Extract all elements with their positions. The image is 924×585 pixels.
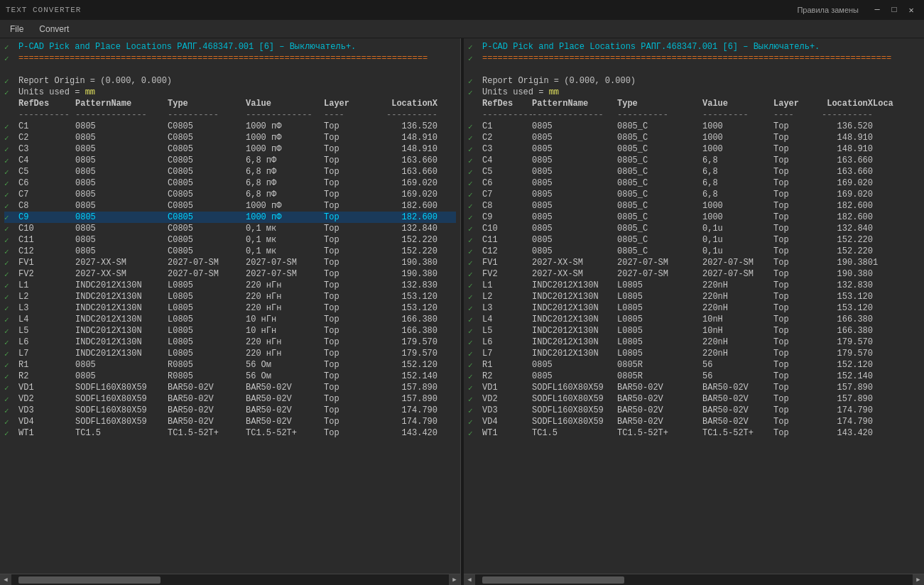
right-data-row[interactable]: ✓ L2 INDC2012X130N L0805 220nH Top 153.1… [468,291,920,302]
left-data-row[interactable]: ✓ FV2 2027-XX-SM 2027-07-SM 2027-07-SM T… [4,268,456,280]
left-data-row[interactable]: ✓ R2 0805 R0805 56 Ом Top 152.140 [4,371,456,382]
left-col-dashes: ---------- -------------- ---------- ---… [4,109,456,121]
left-data-row[interactable]: ✓ L7 INDC2012X130N L0805 220 нГн Top 179… [4,348,456,359]
left-data-row[interactable]: ✓ VD4 SODFL160X80X59 BAR50-02V BAR50-02V… [4,416,456,427]
left-data-row[interactable]: ✓ C11 0805 C0805 0,1 мк Top 152.220 [4,234,456,246]
left-scroll-right[interactable]: ▶ [449,574,460,586]
right-data-row[interactable]: ✓ L4 INDC2012X130N L0805 10nH Top 166.38… [468,314,920,325]
left-data-row[interactable]: ✓ C4 0805 C0805 6,8 пФ Top 163.660 [4,155,456,166]
right-data-row[interactable]: ✓ VD1 SODFL160X80X59 BAR50-02V BAR50-02V… [468,382,920,393]
right-data-row[interactable]: ✓ VD4 SODFL160X80X59 BAR50-02V BAR50-02V… [468,416,920,427]
right-data-row[interactable]: ✓ WT1 TC1.5 TC1.5-52T+ TC1.5-52T+ Top 14… [468,427,920,439]
right-scroll-left[interactable]: ◀ [464,574,475,586]
right-panel-content[interactable]: ✓P-CAD Pick and Place Locations РАПГ.468… [464,38,924,574]
left-units: ✓Units used = mm [4,87,456,98]
right-data-row[interactable]: ✓ R2 0805 0805R 56 Top 152.140 [468,371,920,382]
text-line [4,64,456,75]
left-col-headers: RefDes PatternName Type Value Layer Loca… [4,98,456,109]
right-data-row[interactable]: ✓ C10 0805 0805_C 0,1u Top 132.840 [468,223,920,234]
right-data-row[interactable]: ✓ L3 INDC2012X130N L0805 220nH Top 153.1… [468,302,920,314]
right-data-row[interactable]: ✓ C2 0805 0805_C 1000 Top 148.910 [468,132,920,143]
left-data-row[interactable]: ✓ C3 0805 C0805 1000 пФ Top 148.910 [4,143,456,155]
right-data-row[interactable]: ✓ L7 INDC2012X130N L0805 220nH Top 179.5… [468,348,920,359]
right-data-row[interactable]: ✓ C1 0805 0805_C 1000 Top 136.520 [468,121,920,132]
rules-button-label[interactable]: Правила замены [797,6,859,14]
window-controls: Правила замены ─ □ ✕ [797,5,918,15]
left-scroll-track[interactable] [11,575,449,585]
left-data-row[interactable]: ✓ FV1 2027-XX-SM 2027-07-SM 2027-07-SM T… [4,257,456,268]
right-col-dashes: ---------- -------------- ---------- ---… [468,109,920,121]
left-data-row[interactable]: ✓ C1 0805 C0805 1000 пФ Top 136.520 [4,121,456,132]
right-scroll-thumb[interactable] [482,576,624,584]
right-data-row[interactable]: ✓ VD3 SODFL160X80X59 BAR50-02V BAR50-02V… [468,405,920,416]
right-data-row[interactable]: ✓ C12 0805 0805_C 0,1u Top 152.220 [468,246,920,257]
menu-file[interactable]: File [4,23,29,35]
left-data-row[interactable]: ✓ R1 0805 R0805 56 Ом Top 152.120 [4,359,456,371]
left-scroll-left[interactable]: ◀ [0,574,11,586]
left-data-row[interactable]: ✓ L3 INDC2012X130N L0805 220 нГн Top 153… [4,302,456,314]
left-data-row[interactable]: ✓ L4 INDC2012X130N L0805 10 нГн Top 166.… [4,314,456,325]
left-data-row[interactable]: ✓ C7 0805 C0805 6,8 пФ Top 169.020 [4,189,456,200]
title-bar: TEXT CONVERTER Правила замены ─ □ ✕ [0,0,924,20]
right-data-row[interactable]: ✓ C11 0805 0805_C 0,1u Top 152.220 [468,234,920,246]
right-panel: ✓P-CAD Pick and Place Locations РАПГ.468… [464,38,924,585]
left-scroll-thumb[interactable] [18,576,161,584]
right-data-row[interactable]: ✓ R1 0805 0805R 56 Top 152.120 [468,359,920,371]
text-line [468,64,920,75]
right-data-row[interactable]: ✓ L5 INDC2012X130N L0805 10nH Top 166.38… [468,325,920,337]
menu-bar: File Convert [0,20,924,38]
main-area: ✓P-CAD Pick and Place Locations РАПГ.468… [0,38,924,585]
right-separator1: ✓=======================================… [468,53,920,64]
left-data-row[interactable]: ✓ L2 INDC2012X130N L0805 220 нГн Top 153… [4,291,456,302]
right-col-headers: RefDes PatternName Type Value Layer Loca… [468,98,920,109]
left-data-row[interactable]: ✓ C2 0805 C0805 1000 пФ Top 148.910 [4,132,456,143]
right-data-row[interactable]: ✓ VD2 SODFL160X80X59 BAR50-02V BAR50-02V… [468,393,920,405]
left-data-row[interactable]: ✓ C5 0805 C0805 6,8 пФ Top 163.660 [4,166,456,177]
left-panel: ✓P-CAD Pick and Place Locations РАПГ.468… [0,38,461,585]
right-data-row[interactable]: ✓ C5 0805 0805_C 6,8 Top 163.660 [468,166,920,177]
right-data-row[interactable]: ✓ C3 0805 0805_C 1000 Top 148.910 [468,143,920,155]
right-report-origin: ✓Report Origin = (0.000, 0.000) [468,75,920,87]
left-scrollbar[interactable]: ◀ ▶ [0,574,460,585]
right-data-row[interactable]: ✓ FV2 2027-XX-SM 2027-07-SM 2027-07-SM T… [468,268,920,280]
left-panel-content[interactable]: ✓P-CAD Pick and Place Locations РАПГ.468… [0,38,460,574]
right-header-title: ✓P-CAD Pick and Place Locations РАПГ.468… [468,41,920,53]
right-scroll-track[interactable] [475,575,913,585]
app-title: TEXT CONVERTER [6,6,81,14]
menu-convert[interactable]: Convert [33,23,75,35]
left-data-row[interactable]: ✓ VD3 SODFL160X80X59 BAR50-02V BAR50-02V… [4,405,456,416]
left-data-row[interactable]: ✓ VD2 SODFL160X80X59 BAR50-02V BAR50-02V… [4,393,456,405]
left-data-row[interactable]: ✓ C8 0805 C0805 1000 пФ Top 182.600 [4,200,456,212]
right-data-row[interactable]: ✓ C8 0805 0805_C 1000 Top 182.600 [468,200,920,212]
right-data-row[interactable]: ✓ C9 0805 0805_C 1000 Top 182.600 [468,212,920,223]
left-report-origin: ✓Report Origin = (0.000, 0.000) [4,75,456,87]
minimize-button[interactable]: ─ [870,5,884,15]
right-data-row[interactable]: ✓ C4 0805 0805_C 6,8 Top 163.660 [468,155,920,166]
left-separator1: ✓=======================================… [4,53,456,64]
right-scroll-right[interactable]: ▶ [913,574,924,586]
right-data-row[interactable]: ✓ L1 INDC2012X130N L0805 220nH Top 132.8… [468,280,920,291]
left-data-row[interactable]: ✓ C12 0805 C0805 0,1 мк Top 152.220 [4,246,456,257]
left-data-row[interactable]: ✓ C10 0805 C0805 0,1 мк Top 132.840 [4,223,456,234]
right-data-row[interactable]: ✓ C6 0805 0805_C 6,8 Top 169.020 [468,177,920,189]
right-data-row[interactable]: ✓ C7 0805 0805_C 6,8 Top 169.020 [468,189,920,200]
restore-button[interactable]: □ [887,5,901,15]
right-units: ✓Units used = mm [468,87,920,98]
right-data-row[interactable]: ✓ FV1 2027-XX-SM 2027-07-SM 2027-07-SM T… [468,257,920,268]
left-header-title: ✓P-CAD Pick and Place Locations РАПГ.468… [4,41,456,53]
left-data-row[interactable]: ✓ C6 0805 C0805 6,8 пФ Top 169.020 [4,177,456,189]
left-data-row[interactable]: ✓ C9 0805 C0805 1000 пФ Top 182.600 [4,212,456,223]
left-data-row[interactable]: ✓ WT1 TC1.5 TC1.5-52T+ TC1.5-52T+ Top 14… [4,427,456,439]
right-scrollbar[interactable]: ◀ ▶ [464,574,924,585]
left-data-row[interactable]: ✓ L6 INDC2012X130N L0805 220 нГн Top 179… [4,337,456,348]
close-button[interactable]: ✕ [904,5,918,15]
right-data-row[interactable]: ✓ L6 INDC2012X130N L0805 220nH Top 179.5… [468,337,920,348]
left-data-row[interactable]: ✓ VD1 SODFL160X80X59 BAR50-02V BAR50-02V… [4,382,456,393]
left-data-row[interactable]: ✓ L1 INDC2012X130N L0805 220 нГн Top 132… [4,280,456,291]
left-data-row[interactable]: ✓ L5 INDC2012X130N L0805 10 нГн Top 166.… [4,325,456,337]
